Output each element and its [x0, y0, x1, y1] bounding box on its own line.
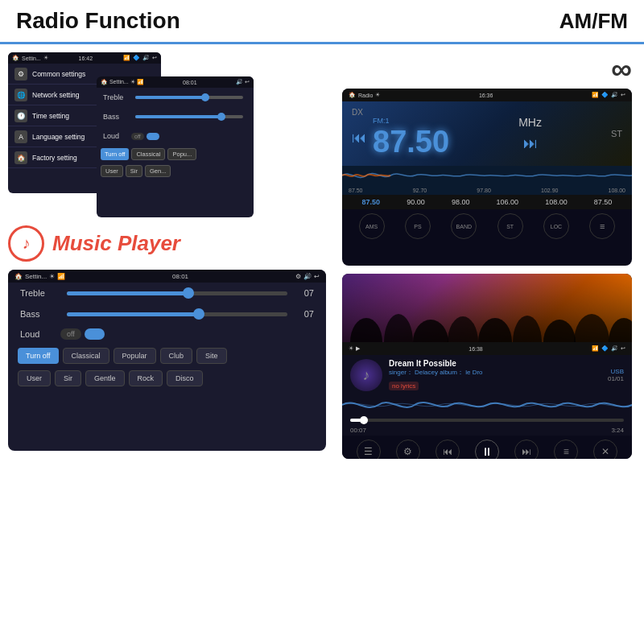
next-btn[interactable]: ⏭	[523, 135, 538, 152]
user-btn-small[interactable]: User	[101, 165, 123, 177]
factory-icon: 🏠	[14, 151, 27, 164]
audio-screen-small: 🏠 Settin... ☀ 📶 08:01 🔊 ↩ Treble	[97, 76, 254, 217]
song-artist: singer： Delacey album： le Dro	[389, 368, 601, 377]
user-btn-large[interactable]: User	[18, 370, 51, 386]
eq-buttons-row1-large: Turn off Classical Popular Club Site	[8, 344, 326, 368]
treble-slider-large[interactable]	[67, 291, 287, 295]
audio-status-bar-large: 🏠 Settin... ☀ 📶 08:01 ⚙ 🔊 ↩	[8, 270, 326, 283]
infinity-icon: ∞	[611, 52, 632, 86]
eq-settings-btn[interactable]: ⚙	[396, 440, 420, 459]
play-pause-btn[interactable]: ⏸	[475, 440, 499, 459]
rock-btn-large[interactable]: Rock	[129, 370, 163, 386]
sir-btn-small[interactable]: Sir	[126, 165, 142, 177]
progress-bar-container[interactable]	[342, 415, 632, 425]
st-btn[interactable]: ST	[497, 213, 523, 239]
treble-label-small: Treble	[103, 93, 131, 101]
turnoff-btn-large[interactable]: Turn off	[18, 348, 59, 364]
disco-btn-large[interactable]: Disco	[167, 370, 203, 386]
preset-4[interactable]: 106.00	[497, 198, 519, 206]
settings-status-bar: 🏠 Settin... ☀ 16:42 📶 🔷 🔊 ↩	[8, 52, 161, 64]
usb-label: USB	[611, 368, 624, 375]
prev-btn[interactable]: ⏮	[352, 130, 366, 147]
preset-5[interactable]: 108.00	[545, 198, 568, 206]
list-btn[interactable]: ≡	[554, 440, 578, 459]
ams-btn[interactable]: AMS	[359, 213, 385, 239]
gentle-btn-large[interactable]: Gentle	[85, 370, 125, 386]
bass-slider-small[interactable]	[135, 115, 243, 118]
treble-value-large: 07	[294, 288, 314, 298]
prev-track-btn[interactable]: ⏮	[436, 440, 460, 459]
progress-thumb[interactable]	[360, 416, 368, 424]
loud-on-small[interactable]	[147, 133, 159, 140]
svg-point-2	[413, 320, 448, 342]
preset-6[interactable]: 87.50	[594, 198, 613, 206]
time-current: 00:07	[350, 427, 366, 434]
wifi-icon: 📶	[123, 55, 130, 61]
bass-row-small: Bass	[97, 107, 254, 126]
popular-btn-small[interactable]: Popu...	[167, 148, 196, 160]
home-icon: 🏠	[12, 55, 19, 61]
back-icon[interactable]: ↩	[152, 55, 157, 61]
concert-background	[342, 274, 632, 342]
classical-btn-large[interactable]: Classical	[63, 348, 109, 364]
no-lyrics-badge: no lyrics	[389, 382, 419, 390]
audio-status-bar-small: 🏠 Settin... ☀ 📶 08:01 🔊 ↩	[97, 76, 254, 88]
classical-btn-small[interactable]: Classical	[131, 148, 165, 160]
preset-1[interactable]: 87.50	[362, 198, 381, 206]
time-labels: 00:07 3:24	[342, 425, 632, 436]
loud-off-large: off	[60, 328, 81, 340]
next-track-btn[interactable]: ⏭	[514, 440, 539, 459]
bass-label-small: Bass	[103, 113, 131, 121]
sun-icon-music: ☀	[349, 345, 353, 352]
bluetooth-icon: 🔷	[133, 55, 140, 61]
turnoff-btn-small[interactable]: Turn off	[101, 148, 129, 160]
wifi-icon-radio: 📶	[592, 92, 599, 98]
treble-slider-small[interactable]	[135, 96, 243, 99]
album-art: ♪	[350, 359, 382, 391]
right-panel: ∞ 🏠 Radio ☀ 16:36 📶 🔷 🔊 ↩ DX	[334, 44, 644, 644]
sir-btn-large[interactable]: Sir	[55, 370, 81, 386]
wifi-icon-music: 📶	[592, 345, 599, 352]
st-label: ST	[611, 129, 622, 138]
loud-label-large: Loud	[20, 329, 60, 339]
close-btn[interactable]: ✕	[593, 440, 617, 459]
svg-point-5	[513, 316, 542, 342]
popular-btn-large[interactable]: Popular	[114, 348, 156, 364]
bass-slider-large[interactable]	[67, 312, 287, 316]
preset-3[interactable]: 98.00	[452, 198, 470, 206]
clock-icon: 🕐	[14, 109, 27, 122]
svg-point-7	[574, 314, 609, 342]
back-icon-3[interactable]: ↩	[314, 273, 320, 280]
signal-wave	[342, 166, 632, 186]
sun-icon-radio: ☀	[375, 92, 380, 98]
home-icon-radio: 🏠	[349, 92, 356, 98]
preset-2[interactable]: 90.00	[407, 198, 425, 206]
back-icon-2[interactable]: ↩	[245, 79, 250, 85]
freq-scale: 87.50 92.70 97.80 102.90 108.00	[342, 186, 632, 195]
site-btn-large[interactable]: Site	[196, 348, 227, 364]
loc-btn[interactable]: LOC	[543, 213, 569, 239]
club-btn-large[interactable]: Club	[160, 348, 193, 364]
volume-icon-3: 🔊	[303, 273, 312, 280]
gear-icon: ⚙	[14, 68, 27, 80]
progress-bar-track[interactable]	[350, 419, 624, 422]
loud-row-small: Loud off	[97, 126, 254, 146]
loud-row-large: Loud off	[8, 324, 326, 344]
playlist-btn[interactable]: ☰	[357, 440, 381, 459]
music-status-bar: ☀ ▶ 16:38 📶 🔷 🔊 ↩	[342, 342, 632, 355]
back-icon-music[interactable]: ↩	[621, 345, 625, 352]
fm-label: FM:1 87.50	[373, 117, 449, 159]
eq-btn[interactable]: ≡	[589, 213, 615, 239]
loud-off-small: off	[131, 133, 144, 140]
left-panel: 🏠 Settin... ☀ 16:42 📶 🔷 🔊 ↩ ⚙ Common set…	[0, 44, 334, 644]
volume-icon: 🔊	[142, 55, 150, 61]
svg-point-3	[448, 316, 478, 342]
ps-btn[interactable]: PS	[405, 213, 431, 239]
loud-on-large[interactable]	[85, 328, 105, 340]
music-player-label: ♪ Music Player	[8, 225, 180, 262]
settings-title-small: Settin...	[22, 56, 41, 61]
wifi-icon-2: 📶	[137, 79, 144, 85]
gentle-btn-small[interactable]: Gen...	[145, 165, 171, 177]
back-icon-radio[interactable]: ↩	[621, 92, 625, 98]
band-btn[interactable]: BAND	[451, 213, 477, 239]
